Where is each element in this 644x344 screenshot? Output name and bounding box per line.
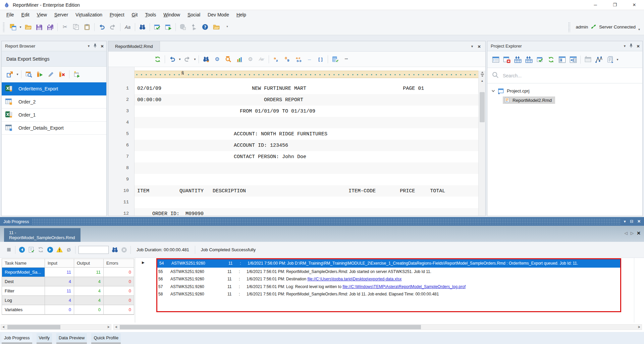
tab-scroll-left-icon[interactable]: ◁ — [625, 231, 628, 235]
minimize-button[interactable]: ─ — [586, 0, 605, 10]
import-grid-icon[interactable] — [512, 54, 523, 65]
search-input[interactable] — [503, 73, 610, 78]
caret-icon[interactable]: ▾ — [178, 58, 182, 61]
more-icon[interactable]: ••• — [341, 54, 352, 65]
menu-project[interactable]: Project — [106, 11, 128, 19]
task-grid-hscrollbar[interactable]: < > — [1, 324, 111, 330]
export-item-order_details_export[interactable]: Order_Details_Export — [2, 122, 106, 135]
task-row-filter[interactable]: Filter1140 — [2, 286, 134, 296]
caret-icon[interactable]: ▾ — [615, 58, 620, 61]
task-row-log[interactable]: Log440 — [2, 296, 134, 305]
nav-back-icon[interactable] — [17, 244, 26, 256]
report-line-9[interactable] — [135, 174, 478, 185]
help-icon[interactable]: ? — [200, 21, 211, 33]
new-export-icon[interactable] — [71, 69, 82, 80]
report-line-2[interactable]: 00:00:00 ORDERS REPORT — [135, 94, 478, 106]
job-tab-close-icon[interactable]: ✕ — [637, 230, 641, 236]
menu-server[interactable]: Server — [51, 11, 72, 19]
maximize-button[interactable]: ❐ — [605, 0, 625, 10]
empty-set-icon[interactable]: Ø — [64, 244, 73, 256]
undo-icon[interactable] — [167, 54, 178, 65]
task-row-variables[interactable]: Variables000 — [2, 305, 134, 315]
dock-right-icon[interactable] — [568, 54, 579, 65]
redo-icon[interactable] — [107, 21, 118, 33]
panel-close-icon[interactable]: × — [101, 44, 104, 49]
redo-icon[interactable] — [182, 54, 193, 65]
menu-virtualization[interactable]: Virtualization — [72, 11, 106, 19]
save-icon[interactable] — [34, 21, 45, 33]
hscroll-thumb[interactable] — [120, 325, 421, 329]
document-ruler[interactable]: Ñ — [135, 71, 478, 78]
document-vscrollbar[interactable]: ▲ — [478, 71, 485, 216]
run-export-icon[interactable] — [34, 69, 45, 80]
import-grid-icon[interactable] — [523, 54, 534, 65]
underscore-icon[interactable]: _ — [304, 54, 315, 65]
caret-icon[interactable]: ▾ — [193, 58, 197, 61]
pin-icon[interactable] — [93, 43, 98, 49]
column-header-errors[interactable]: Errors — [104, 259, 134, 268]
bottom-tab-verify[interactable]: Verify — [37, 333, 52, 342]
stop-icon[interactable] — [4, 244, 13, 256]
task-row-dest[interactable]: Dest440 — [2, 277, 134, 286]
new-report-icon[interactable] — [7, 21, 18, 33]
edit-pencil-icon[interactable] — [45, 69, 56, 80]
sort-az09-icon[interactable]: a-z0-9 — [293, 54, 304, 65]
tree-node-reportmodel2-rmd[interactable]: ReportModel2.Rmd — [487, 95, 642, 105]
hscroll-thumb[interactable] — [7, 325, 60, 329]
db-gray-icon[interactable] — [177, 21, 189, 33]
tab-reportmodel2[interactable]: ReportModel2.Rmd — [108, 41, 160, 51]
export-item-order_2[interactable]: Order_2 — [2, 95, 106, 109]
reports-icon[interactable] — [604, 54, 615, 65]
task-name-cell[interactable]: Log — [2, 296, 45, 305]
panel-menu-icon[interactable]: ▾ — [624, 219, 626, 224]
gear-gray-icon[interactable]: ⚙ — [245, 54, 256, 65]
menu-view[interactable]: View — [33, 11, 51, 19]
dock-icon[interactable]: ⊟ — [630, 219, 633, 224]
overflow-icon[interactable]: ▾ — [222, 21, 233, 32]
column-header-task-name[interactable]: Task Name — [2, 259, 45, 268]
gear-blue-icon[interactable]: ⚙ — [212, 54, 223, 65]
tab-scroll-right-icon[interactable]: ▷ — [631, 231, 634, 235]
tree-node-project-cprj[interactable]: Project.cprj — [487, 86, 642, 95]
save-all-icon[interactable] — [45, 21, 56, 33]
report-text-area[interactable]: 02/01/09 NEW FURTINURE MART PAGE 0100:00… — [135, 78, 478, 216]
menu-file[interactable]: File — [3, 11, 18, 19]
column-header-output[interactable]: Output — [74, 259, 104, 268]
refresh-icon[interactable] — [152, 54, 163, 65]
log-doc-icon[interactable] — [26, 244, 36, 256]
bottom-tab-data-preview[interactable]: Data Preview — [56, 333, 87, 342]
panel-close-icon[interactable]: ✕ — [637, 219, 641, 224]
task-name-cell[interactable]: Filter — [2, 286, 45, 296]
report-line-7[interactable]: CONTACT PERSON: John Doe — [135, 151, 478, 162]
binoculars-icon[interactable] — [110, 244, 119, 256]
verify-window-icon[interactable] — [152, 21, 163, 33]
brackets-icon[interactable]: [ ] — [315, 54, 326, 65]
task-name-cell[interactable]: ReportModel_Sa... — [2, 268, 45, 277]
task-row-reportmodel-sa-[interactable]: ReportModel_Sa...11110 — [2, 268, 134, 277]
font-av-icon[interactable]: A̷v — [256, 54, 267, 65]
task-name-cell[interactable]: Dest — [2, 277, 45, 286]
scroll-right-icon[interactable]: > — [106, 325, 111, 330]
report-line-11[interactable] — [135, 197, 478, 208]
cut-icon[interactable]: ✂ — [59, 21, 70, 33]
bottom-tab-quick-profile[interactable]: Quick Profile — [91, 333, 121, 342]
report-line-4[interactable] — [135, 117, 478, 128]
sort-09-icon[interactable]: 09 — [282, 54, 293, 65]
run-window-icon[interactable] — [163, 21, 174, 33]
window-gray-icon[interactable] — [582, 54, 593, 65]
menu-tools[interactable]: Tools — [141, 11, 160, 19]
scroll-left-icon[interactable]: < — [114, 325, 119, 330]
menu-help[interactable]: Help — [233, 11, 250, 19]
copy-icon[interactable] — [70, 21, 82, 33]
preview-orange-icon[interactable] — [223, 54, 234, 65]
report-line-1[interactable]: 02/01/09 NEW FURTINURE MART PAGE 01 — [135, 83, 478, 94]
tab-close-icon[interactable]: × — [478, 44, 481, 49]
chevron-down-icon[interactable] — [491, 89, 495, 93]
font-aa-icon[interactable]: Aa — [122, 21, 133, 33]
report-line-3[interactable]: FROM 01/01/09 TO 01/31/09 — [135, 106, 478, 117]
column-header-input[interactable]: Input — [45, 259, 74, 268]
report-line-5[interactable]: ACCOUNT: NORTH RIDGE FURNITURES — [135, 128, 478, 140]
lineage-icon[interactable] — [593, 54, 604, 65]
export-item-orderitems_export[interactable]: XOrderItems_Export — [2, 82, 106, 95]
paste-icon[interactable] — [82, 21, 93, 33]
